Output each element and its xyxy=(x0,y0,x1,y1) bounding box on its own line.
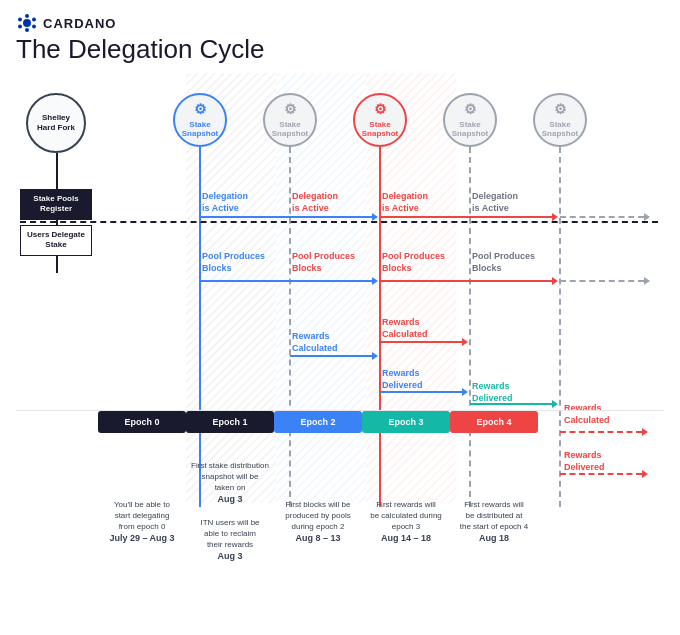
desc-e2: First blocks will beproduced by poolsdur… xyxy=(274,499,362,545)
ppb-1: Pool ProducesBlocks xyxy=(202,251,265,274)
vline-s4 xyxy=(469,147,471,507)
desc-e3: First rewards willbe calculated duringep… xyxy=(362,499,450,545)
ppb-arrow-2 xyxy=(380,280,558,282)
page-title: The Delegation Cycle xyxy=(16,34,664,65)
delegation-arrow-3 xyxy=(560,216,650,218)
svg-point-6 xyxy=(32,25,36,29)
delegation-active-1: Delegationis Active xyxy=(202,191,248,214)
header: CARDANO xyxy=(16,12,664,34)
rc-arrow-2 xyxy=(380,341,468,343)
snapshot-5: ⚙ StakeSnapshot xyxy=(533,93,587,147)
epoch-0-bar: Epoch 0 xyxy=(98,411,186,433)
logo: CARDANO xyxy=(16,12,664,34)
stake-pools-box: Stake PoolsRegister xyxy=(20,189,92,220)
snapshot-3: ⚙ StakeSnapshot xyxy=(353,93,407,147)
ppb-arrow-3 xyxy=(560,280,650,282)
delegation-arrow-2 xyxy=(380,216,558,218)
vline-s5 xyxy=(559,147,561,507)
svg-point-2 xyxy=(25,28,29,32)
svg-point-0 xyxy=(23,19,31,27)
ppb-arrow-1 xyxy=(200,280,378,282)
rc-arrow-1 xyxy=(290,355,378,357)
svg-point-3 xyxy=(18,18,22,22)
rc-2: RewardsCalculated xyxy=(382,317,428,340)
delegation-active-2: Delegationis Active xyxy=(292,191,338,214)
vline-s2 xyxy=(289,147,291,507)
users-delegate-box: Users DelegateStake xyxy=(20,225,92,256)
vline-s1 xyxy=(199,147,201,507)
svg-point-1 xyxy=(25,14,29,18)
shelley-hardfork: ShelleyHard Fork xyxy=(26,93,86,153)
snapshot-4: ⚙ StakeSnapshot xyxy=(443,93,497,147)
svg-point-5 xyxy=(18,25,22,29)
desc-e1: First stake distributionsnapshot will be… xyxy=(186,460,274,564)
ppb-4: Pool ProducesBlocks xyxy=(472,251,535,274)
vline-s3 xyxy=(379,147,381,507)
epoch-4-bar: Epoch 4 xyxy=(450,411,538,433)
ppb-2: Pool ProducesBlocks xyxy=(292,251,355,274)
delegation-active-4: Delegationis Active xyxy=(472,191,518,214)
delegation-active-3: Delegationis Active xyxy=(382,191,428,214)
desc-e0: You'll be able tostart delegatingfrom ep… xyxy=(98,499,186,545)
rd-2: RewardsDelivered xyxy=(472,381,513,404)
snapshot-gear-icon: ⚙ xyxy=(194,101,207,118)
rc-arrow-3 xyxy=(560,431,648,433)
diagram: ShelleyHard Fork ⚙ StakeSnapshot ⚙ Stake… xyxy=(16,73,664,563)
epoch-3-bar: Epoch 3 xyxy=(362,411,450,433)
rc-1: RewardsCalculated xyxy=(292,331,338,354)
desc-e4: First rewards willbe distributed atthe s… xyxy=(450,499,538,545)
dashed-hline xyxy=(20,221,658,223)
rd-3: RewardsDelivered xyxy=(564,450,605,473)
divider-line xyxy=(16,410,664,411)
delegation-arrow-1 xyxy=(200,216,378,218)
cardano-logo-icon xyxy=(16,12,38,34)
rd-1: RewardsDelivered xyxy=(382,368,423,391)
ppb-3: Pool ProducesBlocks xyxy=(382,251,445,274)
rc-3: RewardsCalculated xyxy=(564,403,610,426)
epoch-1-bar: Epoch 1 xyxy=(186,411,274,433)
epoch-2-bar: Epoch 2 xyxy=(274,411,362,433)
svg-point-4 xyxy=(32,18,36,22)
snapshot-1: ⚙ StakeSnapshot xyxy=(173,93,227,147)
snapshot-2: ⚙ StakeSnapshot xyxy=(263,93,317,147)
